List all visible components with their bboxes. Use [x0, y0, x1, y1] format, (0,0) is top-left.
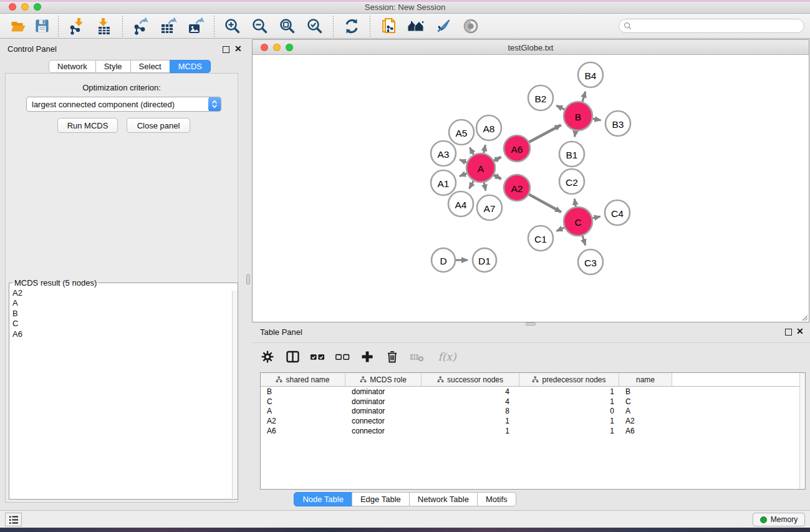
node-B2[interactable]: B2	[528, 85, 553, 110]
node-B[interactable]: B	[564, 102, 592, 130]
node-D1[interactable]: D1	[473, 248, 496, 272]
birdseye-view-button[interactable]	[457, 15, 485, 37]
node-C4[interactable]: C4	[605, 200, 630, 225]
node-B4[interactable]: B4	[578, 62, 603, 87]
edge-A-A2[interactable]	[494, 175, 501, 179]
create-column-button[interactable]	[360, 349, 375, 364]
table-cell[interactable]: dominator	[345, 407, 422, 415]
import-table-button[interactable]	[90, 15, 118, 37]
edge-A-A4[interactable]	[470, 181, 474, 188]
table-cell[interactable]: 1	[422, 417, 519, 425]
save-session-button[interactable]	[30, 15, 54, 37]
table-cell[interactable]: A6	[619, 427, 672, 435]
export-image-button[interactable]	[182, 15, 210, 37]
table-cell[interactable]: 0	[519, 407, 619, 415]
edge-A-A7[interactable]	[484, 182, 486, 190]
mcds-result-list[interactable]: A2ABCA6	[9, 283, 238, 339]
run-mcds-button[interactable]: Run MCDS	[57, 118, 118, 133]
table-cell[interactable]: A2	[619, 417, 672, 425]
table-cell[interactable]: 1	[519, 417, 619, 425]
node-B3[interactable]: B3	[605, 111, 630, 136]
edge-A-A8[interactable]	[484, 145, 486, 153]
memory-button[interactable]: Memory	[753, 513, 805, 526]
column-header-MCDS-role[interactable]: MCDS role	[345, 373, 422, 386]
table-cell[interactable]: A6	[261, 427, 345, 435]
node-A2[interactable]: A2	[504, 175, 530, 201]
column-header-predecessor-nodes[interactable]: predecessor nodes	[519, 373, 619, 386]
table-cell[interactable]: C	[261, 397, 345, 406]
edge-A2-C[interactable]	[529, 195, 561, 212]
node-A7[interactable]: A7	[477, 195, 502, 220]
result-scrollbar[interactable]	[232, 291, 238, 498]
table-cell[interactable]: A	[261, 407, 345, 415]
table-cell[interactable]: A	[619, 407, 672, 415]
zoom-selected-button[interactable]	[301, 15, 329, 37]
table-cell[interactable]: C	[619, 397, 672, 406]
export-network-button[interactable]	[127, 15, 155, 37]
edge-C-C4[interactable]	[592, 216, 600, 218]
node-A8[interactable]: A8	[476, 115, 501, 140]
node-C1[interactable]: C1	[528, 226, 553, 251]
zoom-out-button[interactable]	[246, 15, 274, 37]
table-cell[interactable]: connector	[345, 417, 422, 425]
edge-A-A5[interactable]	[470, 148, 473, 155]
tab-mcds[interactable]: MCDS	[170, 60, 211, 73]
table-cell[interactable]: A2	[261, 417, 345, 425]
table-cell[interactable]: 1	[519, 387, 619, 396]
table-cell[interactable]: 1	[422, 427, 519, 435]
table-row[interactable]: Bdominator41B	[261, 387, 805, 397]
tab-edge-table[interactable]: Edge Table	[352, 492, 410, 506]
edge-B-B4[interactable]	[582, 92, 586, 102]
column-header-name[interactable]: name	[619, 373, 672, 386]
result-item[interactable]: B	[12, 309, 238, 319]
search-field[interactable]	[619, 19, 804, 33]
horizontal-splitter-handle[interactable]	[526, 322, 536, 326]
select-all-rows-button[interactable]	[310, 349, 325, 364]
task-history-button[interactable]	[5, 513, 22, 526]
result-item[interactable]: C	[12, 319, 238, 329]
hide-graphics-details-button[interactable]	[430, 15, 457, 37]
tab-network-table[interactable]: Network Table	[409, 492, 478, 506]
edge-A-A6[interactable]	[494, 157, 501, 161]
vertical-splitter-handle[interactable]	[246, 274, 250, 284]
result-item[interactable]: A6	[12, 329, 238, 339]
deselect-all-rows-button[interactable]	[335, 349, 350, 364]
table-row[interactable]: A2connector11A2	[261, 416, 805, 426]
node-A1[interactable]: A1	[431, 170, 456, 195]
edge-B-B1[interactable]	[575, 131, 576, 137]
show-columns-button[interactable]	[285, 349, 300, 364]
open-session-button[interactable]	[6, 15, 30, 37]
clone-network-button[interactable]	[375, 15, 402, 37]
control-panel-close-button[interactable]: ✕	[234, 46, 242, 52]
export-table-button[interactable]	[155, 15, 182, 37]
table-cell[interactable]: 8	[422, 407, 519, 415]
node-A5[interactable]: A5	[449, 120, 474, 145]
table-cell[interactable]: 4	[422, 397, 519, 406]
result-item[interactable]: A	[12, 298, 238, 308]
table-panel-float-button[interactable]	[785, 329, 792, 336]
tab-style[interactable]: Style	[95, 60, 131, 73]
edge-B-B3[interactable]	[593, 118, 601, 120]
tab-select[interactable]: Select	[130, 60, 170, 73]
network-graph[interactable]: B4B2BB3A5A8A6A3AB1A1A2C2A4A7C4CC1DD1C3	[253, 55, 809, 322]
node-C2[interactable]: C2	[559, 169, 584, 194]
import-network-button[interactable]	[63, 15, 90, 37]
search-input[interactable]	[632, 21, 804, 32]
tab-node-table[interactable]: Node Table	[294, 492, 352, 506]
table-scrollbar[interactable]	[799, 373, 805, 489]
column-header-shared-name[interactable]: shared name	[261, 373, 345, 386]
table-panel-close-button[interactable]: ✕	[796, 328, 804, 335]
table-cell[interactable]: dominator	[345, 387, 422, 396]
node-A4[interactable]: A4	[448, 191, 473, 216]
edge-A-A3[interactable]	[460, 160, 466, 162]
table-cell[interactable]: dominator	[345, 397, 422, 406]
table-settings-button[interactable]	[260, 349, 275, 364]
zoom-in-button[interactable]	[219, 15, 246, 37]
table-cell[interactable]: 1	[519, 397, 619, 406]
zoom-fit-button[interactable]	[274, 15, 301, 37]
column-header-successor-nodes[interactable]: successor nodes	[422, 373, 519, 386]
node-C3[interactable]: C3	[578, 249, 603, 274]
table-cell[interactable]: B	[261, 387, 345, 396]
edge-A6-B[interactable]	[529, 125, 561, 142]
table-cell[interactable]: connector	[345, 427, 422, 435]
